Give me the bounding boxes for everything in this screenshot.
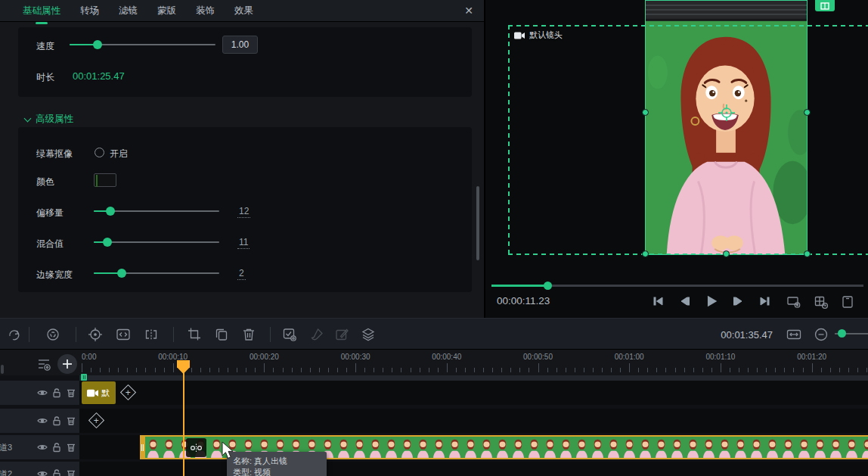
clip-handle-left[interactable] xyxy=(642,109,649,116)
edge-width-value[interactable]: 2 xyxy=(237,268,246,280)
clip-thumbnail xyxy=(558,437,574,458)
tab-filters[interactable]: 滤镜 xyxy=(119,5,138,17)
copy-icon[interactable] xyxy=(214,327,229,342)
skip-end-icon[interactable] xyxy=(756,293,773,310)
chroma-key-label: 绿幕抠像 xyxy=(36,148,73,160)
preview-seekbar[interactable] xyxy=(491,285,863,287)
track-lock-icon[interactable] xyxy=(51,387,62,398)
enlarge-preview-button[interactable] xyxy=(815,0,835,11)
clip-handle-bottom-right[interactable] xyxy=(804,250,811,257)
freeze-brackets-icon[interactable] xyxy=(116,327,131,342)
timeline-hscrollbar[interactable] xyxy=(79,375,868,381)
camera-track-clip[interactable]: 默 xyxy=(82,381,116,404)
preview-panel: 默认镜头 00:00:11.23 xyxy=(484,0,868,318)
clip-thumbnail xyxy=(415,437,431,458)
add-keyframe-icon[interactable]: + xyxy=(120,384,136,400)
split-icon[interactable] xyxy=(144,327,159,342)
default-camera-label: 默认镜头 xyxy=(514,30,563,41)
clip-thumbnail xyxy=(812,437,828,458)
next-frame-icon[interactable] xyxy=(730,293,746,310)
tab-basic-properties[interactable]: 基础属性 xyxy=(23,5,60,17)
track-manager-icon[interactable] xyxy=(36,358,51,372)
tab-masks[interactable]: 蒙版 xyxy=(157,5,176,17)
display-settings-icon[interactable] xyxy=(786,294,801,310)
properties-tabbar: 基础属性 转场 滤镜 蒙版 装饰 效果 xyxy=(0,0,484,22)
track-lock-icon[interactable] xyxy=(51,468,62,476)
timeline-zoom-handle[interactable] xyxy=(838,329,846,338)
device-icon[interactable] xyxy=(841,294,856,310)
record-icon[interactable] xyxy=(45,327,60,342)
clip-thumbnail xyxy=(352,437,367,458)
edge-width-slider[interactable] xyxy=(94,269,219,278)
track-delete-icon[interactable] xyxy=(66,415,76,426)
video-editor-app: 基础属性 转场 滤镜 蒙版 装饰 效果 ✕ 速度 1.00 时长 00:01:2… xyxy=(0,0,868,476)
layers-icon[interactable] xyxy=(361,327,376,342)
properties-scrollbar[interactable] xyxy=(476,186,479,260)
tooltip-name: 名称: 真人出镜 xyxy=(233,456,321,467)
tab-decorations[interactable]: 装饰 xyxy=(196,5,215,17)
track-lock-icon[interactable] xyxy=(51,442,62,453)
clip-freeze-badge[interactable] xyxy=(186,438,206,457)
seek-handle[interactable] xyxy=(544,282,552,290)
track-visibility-icon[interactable] xyxy=(37,415,48,426)
advanced-properties-header[interactable]: 高级属性 xyxy=(25,113,73,126)
zoom-out-icon[interactable] xyxy=(814,327,829,342)
clip-thumbnail xyxy=(447,437,463,458)
track-lock-icon[interactable] xyxy=(51,415,62,426)
properties-panel: 基础属性 转场 滤镜 蒙版 装饰 效果 ✕ 速度 1.00 时长 00:01:2… xyxy=(0,0,484,318)
track-visibility-icon[interactable] xyxy=(37,387,48,398)
clip-handle-bottom-center[interactable] xyxy=(723,250,730,257)
chroma-key-card: 绿幕抠像 开启 颜色 偏移量 12 混合值 11 边缘宽度 2 xyxy=(18,127,472,292)
clip-handle-right[interactable] xyxy=(804,109,811,116)
redo-icon[interactable] xyxy=(6,327,21,342)
track-delete-icon[interactable] xyxy=(66,442,76,453)
brush-icon[interactable] xyxy=(309,327,324,342)
crop-icon[interactable] xyxy=(187,327,202,342)
offset-slider[interactable] xyxy=(94,207,219,216)
memoji-green-screen xyxy=(646,1,807,254)
tab-transitions[interactable]: 转场 xyxy=(80,5,99,17)
clip-trim-handle-left[interactable] xyxy=(140,437,145,458)
tab-effects[interactable]: 效果 xyxy=(234,5,253,17)
edge-width-label: 边缘宽度 xyxy=(36,269,73,282)
delete-icon[interactable] xyxy=(241,327,256,342)
timeline-in-marker[interactable] xyxy=(81,374,87,381)
chroma-key-toggle-label: 开启 xyxy=(110,148,128,160)
clip-handle-bottom-left[interactable] xyxy=(642,250,649,257)
playhead-line[interactable] xyxy=(183,360,184,476)
duration-value[interactable]: 00:01:25.47 xyxy=(73,70,125,82)
add-track-button[interactable] xyxy=(57,354,77,374)
speed-value-box[interactable]: 1.00 xyxy=(222,36,258,54)
blend-label: 混合值 xyxy=(36,238,64,250)
color-swatch[interactable] xyxy=(94,173,116,187)
timeline-left-scroll-nub[interactable] xyxy=(1,365,4,374)
fit-timeline-icon[interactable] xyxy=(786,327,801,342)
timeline-ruler[interactable]: 0:0000:00:1000:00:2000:00:3000:00:4000:0… xyxy=(0,350,868,375)
chroma-key-radio[interactable] xyxy=(95,148,104,157)
track-visibility-icon[interactable] xyxy=(37,468,48,476)
close-icon[interactable]: ✕ xyxy=(464,5,473,17)
render-check-icon[interactable] xyxy=(282,327,297,342)
play-icon[interactable] xyxy=(703,293,720,310)
skip-start-icon[interactable] xyxy=(650,293,667,310)
anchor-crosshair-icon[interactable] xyxy=(718,104,736,122)
track-visibility-icon[interactable] xyxy=(37,442,48,453)
add-keyframe-icon[interactable]: + xyxy=(88,412,104,428)
blend-slider[interactable] xyxy=(94,238,219,247)
preview-current-time: 00:00:11.23 xyxy=(497,295,550,306)
clip-thumbnail xyxy=(669,437,685,458)
grid-clock-icon[interactable] xyxy=(814,294,829,310)
clip-thumbnail xyxy=(336,437,352,458)
track-delete-icon[interactable] xyxy=(66,468,76,476)
preview-video-clip[interactable] xyxy=(645,0,808,255)
offset-value[interactable]: 12 xyxy=(237,206,250,218)
speed-slider[interactable] xyxy=(70,40,215,49)
color-label: 颜色 xyxy=(36,176,54,188)
prev-frame-icon[interactable] xyxy=(677,293,693,310)
track-row-2: 道2 xyxy=(0,462,868,476)
edit-icon[interactable] xyxy=(334,327,349,342)
clip-thumbnail xyxy=(590,437,606,458)
blend-value[interactable]: 11 xyxy=(237,237,250,249)
keyframe-target-icon[interactable] xyxy=(88,327,103,342)
track-delete-icon[interactable] xyxy=(66,387,76,398)
